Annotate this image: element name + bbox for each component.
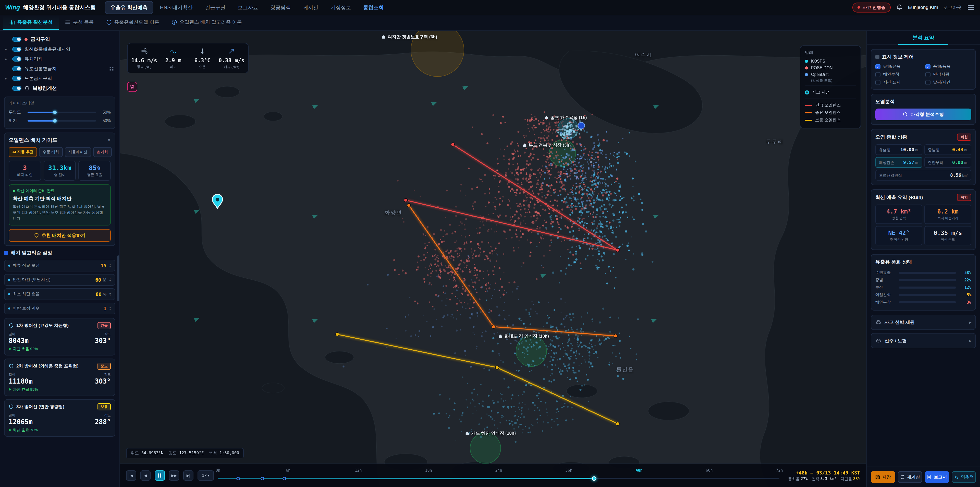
- skip-start-button[interactable]: |◀: [126, 470, 136, 481]
- layer-row[interactable]: 금지구역: [4, 35, 115, 44]
- backtrack-button[interactable]: 역추적: [952, 471, 976, 483]
- stepper-arrows-icon[interactable]: ▲▼: [109, 306, 111, 311]
- bar-track: [899, 272, 956, 274]
- layer-options-icon[interactable]: [109, 66, 115, 72]
- display-checkbox[interactable]: 민감자원: [925, 72, 971, 77]
- timeline-event-marker[interactable]: [261, 477, 264, 481]
- nav-item[interactable]: 긴급구난: [200, 1, 231, 14]
- slider[interactable]: [27, 112, 96, 113]
- playback-speed-select[interactable]: 1×▾: [197, 470, 214, 481]
- fence-guide-header[interactable]: 오일펜스 배치 가이드 ▼: [9, 137, 111, 144]
- bar-value: 5%: [959, 293, 971, 297]
- timeline-track[interactable]: [218, 478, 780, 479]
- hamburger-menu-icon[interactable]: [967, 4, 975, 11]
- priority-badge: 보통: [97, 403, 111, 410]
- polygon-icon: [903, 112, 908, 117]
- fence-guide-tab[interactable]: 수동 배치: [39, 147, 62, 157]
- bar-value: 3%: [959, 300, 971, 305]
- chevron-down-icon: ▼: [107, 138, 111, 142]
- timeline-knob[interactable]: [592, 476, 597, 481]
- legend-model-entry: POSEIDON: [805, 65, 856, 71]
- slider-knob[interactable]: [53, 110, 57, 114]
- layer-row[interactable]: 북방한계선: [4, 84, 115, 93]
- map-coordinates-bar: 위도 34.6963°N 경도 127.5159°E 축척 1:50,000: [126, 448, 244, 458]
- layer-toggle-switch[interactable]: [12, 47, 21, 52]
- fence-guide-tab[interactable]: 시뮬레이션: [65, 147, 91, 157]
- wildlife-layer-button[interactable]: [127, 82, 137, 92]
- forecast-summary-title: 확산 예측 요약 (+18h) 위험: [875, 194, 971, 201]
- info-icon: [106, 19, 112, 25]
- algo-param-stepper[interactable]: 해류 직교 보정15▲▼: [4, 260, 115, 271]
- nav-item[interactable]: 통합조회: [358, 1, 390, 14]
- layer-toggle-switch[interactable]: [12, 76, 21, 81]
- nav-item[interactable]: 게시판: [298, 1, 324, 14]
- defense-line-card[interactable]: 1차 방어선 (고강도 차단형)긴급길이8043m각도303°차단 효율 92%: [4, 318, 115, 356]
- slider[interactable]: [27, 120, 96, 121]
- map-container[interactable]: 여수시두무리화양면돌산읍여자만 갯벌보호구역 (6h)송포 해수욕장 (1h)복…: [120, 30, 866, 487]
- slider-knob[interactable]: [53, 119, 57, 123]
- fence-vertex-dot: [495, 366, 499, 369]
- skip-end-button[interactable]: ▶|: [183, 470, 193, 481]
- defense-angle: 303°: [95, 337, 111, 345]
- subtab[interactable]: 유출유확산모델 이론: [100, 15, 165, 30]
- stepper-arrows-icon[interactable]: ▲▼: [109, 292, 111, 297]
- tab-analysis-summary[interactable]: 분석 요약: [867, 30, 980, 45]
- pause-button[interactable]: [155, 470, 165, 481]
- layer-row[interactable]: 유조선통항금지: [4, 64, 115, 73]
- layer-row[interactable]: ▸황산화물배출규제지역: [4, 45, 115, 54]
- layer-toggle-switch[interactable]: [12, 56, 21, 62]
- fence-guide-tab[interactable]: AI 자동 추천: [9, 147, 37, 157]
- sidebar-scrollbar[interactable]: [118, 255, 119, 301]
- defense-line-card[interactable]: 3차 방어선 (연안 경량형)보통길이12065m각도288°차단 효율 78%: [4, 399, 115, 437]
- layer-toggle-switch[interactable]: [12, 66, 21, 71]
- stepper-arrows-icon[interactable]: ▲▼: [109, 263, 111, 268]
- stepper-arrows-icon[interactable]: ▲▼: [109, 278, 111, 282]
- notifications-bell-icon[interactable]: [896, 4, 903, 11]
- display-checkbox[interactable]: 날짜/시간: [925, 80, 971, 85]
- display-checkbox[interactable]: ✓풍향/풍속: [925, 64, 971, 69]
- model-dot-icon: [805, 66, 808, 69]
- collapsed-section[interactable]: 사고 선박 제원▸: [871, 315, 976, 330]
- report-button[interactable]: 보고서: [924, 471, 949, 483]
- display-checkbox[interactable]: 해안부착: [875, 72, 921, 77]
- collapsed-section[interactable]: 선주 / 보험▸: [871, 333, 976, 348]
- recalculate-button[interactable]: 재계산: [898, 471, 922, 483]
- algo-param-stepper[interactable]: 최소 차단 효율80%▲▼: [4, 288, 115, 300]
- nav-item[interactable]: 항공탐색: [265, 1, 297, 14]
- apply-recommendation-button[interactable]: 추천 배치안 적용하기: [9, 229, 111, 242]
- shield-icon: [34, 233, 39, 238]
- nav-item[interactable]: HNS·대기확산: [154, 1, 199, 14]
- nav-item[interactable]: 보고자료: [232, 1, 264, 14]
- legend-fence-entry: 긴급 오일펜스: [805, 102, 856, 109]
- logout-button[interactable]: 로그아웃: [943, 4, 962, 10]
- subtab[interactable]: 오일펜스 배치 알고리즘 이론: [165, 15, 248, 30]
- length-label: 길이: [9, 372, 33, 377]
- fast-forward-button[interactable]: ▶▶: [169, 470, 179, 481]
- display-checkbox[interactable]: ✓유향/유속: [875, 64, 921, 69]
- defense-line-card[interactable]: 2차 방어선 (외해용 중형 포위형)중요길이11180m각도303°차단 효율…: [4, 359, 115, 396]
- step-back-button[interactable]: ◀: [140, 470, 151, 481]
- algo-param-stepper[interactable]: 바람 보정 계수1▲▼: [4, 303, 115, 315]
- param-value: 15: [100, 263, 107, 268]
- save-button[interactable]: 저장: [871, 471, 895, 483]
- layer-toggle-switch[interactable]: [12, 86, 21, 91]
- layer-row[interactable]: ▸유처리제: [4, 55, 115, 63]
- app-title: 해양환경 위기대응 통합시스템: [23, 4, 96, 11]
- forecast-stat: 0.35 m/s확산 속도: [924, 226, 971, 246]
- nav-item[interactable]: 기상정보: [325, 1, 357, 14]
- guide-stat: 31.3km총 길이: [44, 161, 76, 181]
- timeline-event-marker[interactable]: [236, 477, 240, 481]
- layer-row[interactable]: ▸드론금지구역: [4, 74, 115, 83]
- display-checkbox[interactable]: 시간 표시: [875, 80, 921, 85]
- stat-label: 유출량: [879, 148, 891, 152]
- timeline-event-marker[interactable]: [283, 477, 286, 481]
- polygon-analysis-button[interactable]: 다각형 분석수행: [875, 109, 971, 120]
- subtab[interactable]: 유출유 확산분석: [3, 15, 59, 30]
- stat-value: 3: [11, 164, 39, 172]
- layer-toggle-switch[interactable]: [12, 37, 21, 42]
- stat-value: NE 42°: [878, 230, 920, 236]
- subtab[interactable]: 분석 목록: [59, 15, 100, 30]
- algo-param-stepper[interactable]: 안전 마진 (도달시간)60분▲▼: [4, 274, 115, 286]
- fence-guide-tab[interactable]: 초기화: [93, 147, 112, 157]
- nav-item[interactable]: 유출유 확산예측: [105, 1, 153, 14]
